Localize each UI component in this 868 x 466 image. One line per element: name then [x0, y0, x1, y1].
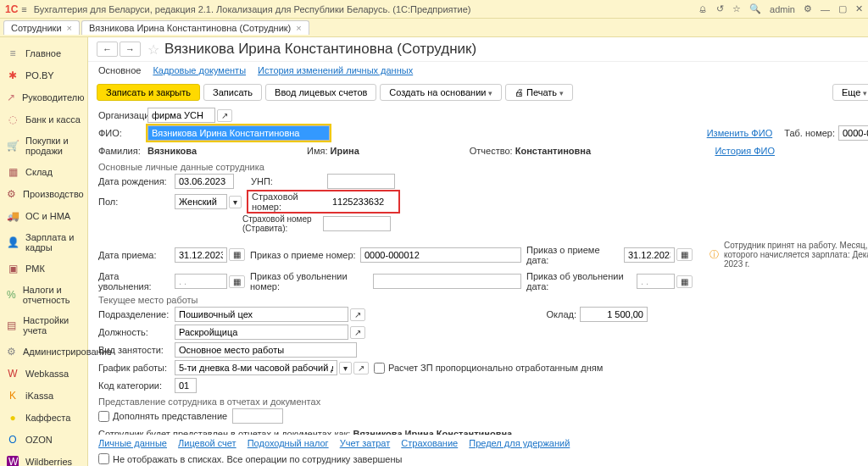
- unp-input[interactable]: [327, 174, 395, 189]
- fire-order-date-input[interactable]: [637, 274, 675, 289]
- sidebar-item-rmk[interactable]: ▣РМК: [0, 258, 87, 280]
- sidebar-item-bank[interactable]: ◌Банк и касса: [0, 108, 87, 130]
- nav-back-button[interactable]: ←: [97, 42, 118, 57]
- schedule-open-icon[interactable]: ↗: [353, 362, 369, 374]
- print-button[interactable]: 🖨 Печать: [505, 84, 573, 101]
- dept-input[interactable]: [175, 307, 348, 322]
- org-open-button[interactable]: ↗: [217, 109, 232, 122]
- calendar-icon[interactable]: ▦: [676, 275, 693, 288]
- repr-prefix: Сотрудник будет представлен в отчетах и …: [98, 429, 350, 435]
- sidebar-item-label: Главное: [25, 48, 61, 58]
- sidebar-item-label: Зарплата и кадры: [25, 232, 81, 252]
- info-text: Сотрудник принят на работу. Месяц, с кот…: [724, 241, 868, 269]
- search-icon[interactable]: 🔍: [749, 3, 761, 14]
- fire-order-input[interactable]: [373, 274, 521, 289]
- salary-input[interactable]: [580, 307, 648, 322]
- sidebar-item-poby[interactable]: ✱PO.BY: [0, 64, 87, 86]
- hide-in-lists-checkbox[interactable]: [98, 453, 109, 464]
- sidebar-item-admin[interactable]: ⚙Администрирование: [0, 341, 87, 363]
- schedule-input[interactable]: [175, 360, 337, 375]
- hire-order-input[interactable]: [360, 247, 521, 263]
- dept-open-icon[interactable]: ↗: [350, 308, 365, 321]
- sidebar-item-kaffesta[interactable]: ●Каффеста: [0, 407, 87, 429]
- gender-input[interactable]: [175, 194, 227, 209]
- tab-close-icon[interactable]: ×: [67, 23, 72, 33]
- firstname-label: Имя:: [307, 146, 327, 156]
- hire-date-input[interactable]: [175, 247, 227, 263]
- minimize-icon[interactable]: —: [821, 4, 830, 14]
- favorite-icon[interactable]: ☆: [147, 42, 159, 58]
- grid-icon: ▦: [7, 166, 19, 178]
- sidebar-item-webkassa[interactable]: WWebkassa: [0, 363, 87, 385]
- footer-link-account[interactable]: Лицевой счет: [178, 438, 236, 448]
- subtab-main[interactable]: Основное: [98, 65, 141, 75]
- insurance2-input[interactable]: [323, 216, 391, 231]
- change-fio-link[interactable]: Изменить ФИО: [707, 128, 773, 138]
- save-close-button[interactable]: Записать и закрыть: [97, 84, 200, 101]
- proportional-label: Расчет ЗП пропорционально отработанным д…: [388, 363, 603, 373]
- proportional-checkbox[interactable]: [374, 363, 385, 374]
- birthdate-input[interactable]: [175, 174, 234, 189]
- calendar-icon[interactable]: ▦: [229, 248, 245, 261]
- supplement-checkbox[interactable]: [98, 411, 109, 422]
- category-input[interactable]: [175, 378, 197, 393]
- star-icon[interactable]: ☆: [732, 3, 741, 14]
- menu-icon[interactable]: ≡: [21, 4, 26, 14]
- employment-input[interactable]: [175, 342, 357, 358]
- sidebar-item-manager[interactable]: ↗Руководителю: [0, 86, 87, 108]
- content: ← → ☆ Вязникова Ирина Константиновна (Со…: [88, 37, 868, 466]
- maximize-icon[interactable]: ▢: [838, 3, 847, 14]
- sidebar-item-trade[interactable]: 🛒Покупки и продажи: [0, 130, 87, 161]
- tab-close-icon[interactable]: ×: [296, 23, 301, 33]
- history-fio-link[interactable]: История ФИО: [715, 146, 775, 156]
- tab-employees[interactable]: Сотрудники ×: [3, 20, 80, 35]
- sidebar-item-assets[interactable]: 🚚ОС и НМА: [0, 205, 87, 227]
- save-button[interactable]: Записать: [203, 84, 262, 101]
- supplement-input[interactable]: [232, 408, 283, 424]
- sidebar-item-ikassa[interactable]: KiKassa: [0, 385, 87, 407]
- sidebar-item-hr[interactable]: 👤Зарплата и кадры: [0, 227, 87, 258]
- sidebar-item-label: PO.BY: [25, 70, 54, 80]
- w-icon: W: [7, 456, 19, 466]
- position-open-icon[interactable]: ↗: [350, 326, 365, 339]
- tab-employee-card[interactable]: Вязникова Ирина Константиновна (Сотрудни…: [81, 20, 309, 35]
- more-button[interactable]: Еще: [832, 84, 868, 101]
- calendar-icon[interactable]: ▦: [676, 248, 693, 261]
- fio-input[interactable]: [147, 125, 330, 141]
- footer-link-insurance[interactable]: Страхование: [401, 438, 458, 448]
- bell-icon[interactable]: 🕭: [698, 4, 708, 14]
- fire-date-input[interactable]: [175, 274, 227, 289]
- tabnum-input[interactable]: [838, 125, 868, 141]
- sidebar-item-ozon[interactable]: OOZON: [0, 429, 87, 451]
- create-based-button[interactable]: Создать на основании: [380, 84, 502, 101]
- footer-link-cost[interactable]: Учет затрат: [340, 438, 391, 448]
- hire-order-date-input[interactable]: [624, 247, 675, 263]
- subtabs: Основное Кадровые документы История изме…: [88, 62, 868, 79]
- sidebar-item-wb[interactable]: WWildberries: [0, 451, 87, 466]
- subtab-history[interactable]: История изменений личных данных: [258, 65, 413, 75]
- enter-accounts-button[interactable]: Ввод лицевых счетов: [265, 84, 376, 101]
- fire-order-label: Приказ об увольнении номер:: [250, 271, 373, 291]
- settings-icon[interactable]: ⚙: [804, 3, 812, 14]
- position-input[interactable]: [175, 325, 348, 340]
- close-icon[interactable]: ✕: [855, 3, 863, 14]
- footer-link-personal[interactable]: Личные данные: [98, 438, 167, 448]
- footer-link-limit[interactable]: Предел для удержаний: [469, 438, 570, 448]
- sidebar-item-prod[interactable]: ⚙Производство: [0, 183, 87, 205]
- user-label[interactable]: admin: [770, 4, 795, 14]
- sidebar-item-main[interactable]: ≡Главное: [0, 42, 87, 64]
- sidebar-item-stock[interactable]: ▦Склад: [0, 161, 87, 183]
- sidebar-item-settings[interactable]: ▤Настройки учета: [0, 310, 87, 341]
- gender-drop-icon[interactable]: ▾: [229, 196, 242, 208]
- calendar-icon[interactable]: ▦: [229, 275, 245, 288]
- schedule-drop-icon[interactable]: ▾: [339, 362, 352, 374]
- subtab-docs[interactable]: Кадровые документы: [153, 65, 246, 75]
- window-title: Бухгалтерия для Беларуси, редакция 2.1. …: [34, 4, 698, 14]
- sidebar-item-label: Покупки и продажи: [25, 136, 81, 156]
- history-icon[interactable]: ↺: [716, 3, 724, 14]
- insurance-input[interactable]: [329, 194, 397, 209]
- footer-link-tax[interactable]: Подоходный налог: [248, 438, 329, 448]
- org-input[interactable]: [147, 108, 215, 123]
- sidebar-item-tax[interactable]: %Налоги и отчетность: [0, 280, 87, 310]
- nav-forward-button[interactable]: →: [120, 42, 141, 57]
